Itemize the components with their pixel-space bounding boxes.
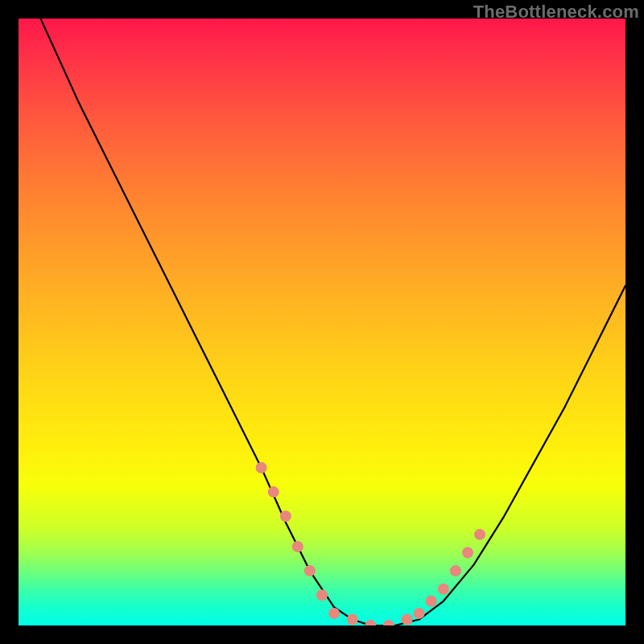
plot-area <box>19 19 625 625</box>
chart-svg <box>19 19 625 625</box>
highlight-dot <box>280 510 291 522</box>
highlight-dot <box>304 565 316 576</box>
highlight-dot <box>426 596 437 607</box>
curve-line-group <box>19 19 625 625</box>
highlight-dot <box>438 584 449 595</box>
highlight-dot <box>256 462 267 473</box>
highlight-dot <box>328 608 340 619</box>
attribution-text: TheBottleneck.com <box>473 2 639 23</box>
highlight-dot <box>383 620 394 625</box>
highlight-dot <box>414 608 425 619</box>
highlight-dot <box>268 486 279 497</box>
highlight-dot <box>292 541 303 552</box>
highlight-dot <box>450 565 461 576</box>
highlight-dot <box>347 614 358 625</box>
curve-line <box>19 19 625 625</box>
highlight-dot <box>316 589 328 601</box>
highlight-dot <box>474 529 485 540</box>
highlight-dot <box>462 547 473 559</box>
outer-frame: TheBottleneck.com <box>0 0 644 644</box>
highlight-dot <box>402 614 413 625</box>
highlight-dot <box>365 620 376 625</box>
highlight-dots <box>256 462 485 625</box>
